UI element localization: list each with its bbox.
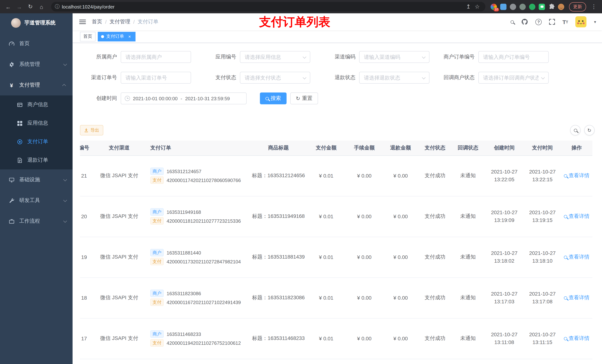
search-icon[interactable]: [511, 20, 514, 23]
extension-blue-icon[interactable]: [500, 3, 506, 10]
col-header: 支付渠道: [93, 141, 145, 155]
breadcrumb: 首页 / 支付管理 / 支付订单: [92, 19, 159, 25]
reload-icon[interactable]: ↻: [26, 2, 35, 11]
table-row[interactable]: 17 微信 JSAPI 支付 商户1635311468233 支付4200001…: [80, 318, 592, 359]
site-info-icon[interactable]: ⓘ: [55, 3, 60, 10]
table-row[interactable]: 21 微信 JSAPI 支付 商户1635312124657 支付4200001…: [80, 155, 592, 196]
bookmark-star-icon[interactable]: ☆: [473, 2, 482, 11]
filter-label: 回调商户状态: [438, 74, 475, 81]
view-detail-link[interactable]: 查看详情: [564, 172, 589, 179]
create-time-range-picker[interactable]: 2021-10-01 00:00:00 - 2021-10-31 23:59:5…: [121, 93, 247, 104]
sidebar-item-app-info[interactable]: 应用信息: [0, 114, 73, 132]
annotation-title: 支付订单列表: [259, 15, 330, 29]
cell-notify: 未通知: [451, 277, 485, 318]
notify-status-select[interactable]: [478, 72, 549, 83]
browser-menu-icon[interactable]: ⋮: [589, 2, 598, 11]
tab-pay-order[interactable]: 支付订单 ×: [98, 32, 136, 41]
tools-icon: [8, 198, 15, 203]
back-icon[interactable]: ←: [4, 2, 13, 11]
browser-profile-avatar[interactable]: [558, 3, 564, 10]
sidebar-item-workflow[interactable]: 工作流程: [0, 211, 73, 232]
view-detail-link[interactable]: 查看详情: [564, 294, 589, 301]
channel-order-no-input-wrap[interactable]: [121, 72, 191, 83]
refund-status-select[interactable]: [359, 72, 430, 83]
extension-green-icon[interactable]: [529, 3, 535, 10]
extension-gray-icon[interactable]: [510, 3, 516, 10]
home-icon[interactable]: ⌂: [37, 2, 46, 11]
sidebar-item-refund-order[interactable]: 退款订单: [0, 151, 73, 169]
tab-home[interactable]: 首页: [80, 32, 96, 41]
sidebar-item-merchant-info[interactable]: 商户信息: [0, 95, 73, 114]
share-icon[interactable]: ↥: [464, 2, 473, 11]
merchant-tag: 商户: [150, 167, 164, 175]
cell-id: 19: [80, 237, 93, 277]
extensions-row: 10 更新 ⋮: [491, 2, 598, 11]
font-size-icon[interactable]: [562, 19, 568, 25]
merchant-order-no-input[interactable]: [479, 52, 548, 62]
forward-icon[interactable]: →: [15, 2, 24, 11]
cell-title: 标题：1635311823086: [251, 277, 306, 318]
view-detail-link[interactable]: 查看详情: [564, 254, 589, 260]
sidebar-item-infrastructure[interactable]: 基础设施: [0, 169, 73, 190]
cell-id: 21: [80, 155, 93, 196]
breadcrumb-home[interactable]: 首页: [92, 19, 102, 25]
view-detail-link[interactable]: 查看详情: [564, 335, 589, 342]
refresh-table-button[interactable]: ↻: [584, 125, 595, 135]
fullscreen-icon[interactable]: [549, 19, 555, 25]
breadcrumb-section[interactable]: 支付管理: [110, 19, 130, 25]
toolbar-right: ↻: [570, 125, 595, 135]
col-header: 支付订单: [145, 141, 251, 155]
cell-id: [80, 359, 93, 364]
extensions-puzzle-icon[interactable]: [548, 3, 555, 10]
merchant-select-input[interactable]: [121, 52, 191, 62]
table-row[interactable]: 商户1635311457366 支付: [80, 359, 592, 364]
col-header: 创建时间: [485, 141, 524, 155]
browser-update-button[interactable]: 更新: [569, 2, 586, 11]
hamburger-icon[interactable]: [79, 20, 86, 24]
app-select-input[interactable]: [240, 52, 310, 62]
channel-code-input[interactable]: [359, 52, 429, 62]
reset-button[interactable]: ↻ 重置: [290, 93, 318, 104]
header-actions: ? ▾: [511, 16, 596, 27]
url-text: localhost:1024/pay/order: [62, 4, 115, 10]
refund-status-select-input[interactable]: [359, 72, 429, 83]
table-row[interactable]: 19 微信 JSAPI 支付 商户1635311881440 支付4200001…: [80, 237, 592, 277]
user-avatar[interactable]: [576, 16, 587, 27]
sidebar-item-dev-tools[interactable]: 研发工具: [0, 190, 73, 211]
sidebar-item-system[interactable]: 系统管理: [0, 54, 73, 75]
help-icon[interactable]: ?: [535, 19, 542, 25]
app-select[interactable]: [240, 51, 310, 63]
cell-fee: ¥ 0.00: [346, 277, 382, 318]
document-icon: [16, 157, 23, 163]
cell-action: 查看详情: [561, 318, 592, 359]
breadcrumb-current: 支付订单: [138, 19, 159, 25]
view-detail-link[interactable]: 查看详情: [564, 213, 589, 220]
github-icon[interactable]: [521, 19, 528, 25]
table-row[interactable]: 20 微信 JSAPI 支付 商户1635311949168 支付4200001…: [80, 196, 592, 237]
notify-status-select-input[interactable]: [479, 72, 548, 83]
pay-status-select[interactable]: [240, 72, 310, 83]
export-button[interactable]: 导出: [80, 125, 103, 135]
search-button[interactable]: 搜索: [260, 93, 287, 104]
title-value: 1635312124656: [268, 172, 305, 178]
table-row[interactable]: 18 微信 JSAPI 支付 商户1635311823086 支付4200001…: [80, 277, 592, 318]
cell-refund: ¥ 0.00: [382, 155, 419, 196]
app-logo[interactable]: 芋道管理系统: [0, 13, 73, 32]
cell-fee: ¥ 0.00: [346, 155, 382, 196]
cell-title: [251, 359, 306, 364]
extension-chat-icon[interactable]: [539, 3, 545, 10]
sidebar-item-pay-order[interactable]: 支付订单: [0, 132, 73, 151]
close-tab-icon[interactable]: ×: [127, 34, 132, 39]
pay-status-select-input[interactable]: [240, 72, 310, 83]
merchant-select[interactable]: [121, 51, 191, 63]
channel-order-no-input[interactable]: [121, 72, 191, 83]
extension-gray2-icon[interactable]: [519, 3, 526, 10]
extension-colorful-icon[interactable]: 10: [491, 3, 497, 10]
merchant-order-no-input-wrap[interactable]: [478, 51, 549, 63]
channel-code-select[interactable]: [359, 51, 430, 63]
caret-down-icon[interactable]: ▾: [594, 20, 596, 24]
sidebar-item-payment[interactable]: ¥ 支付管理: [0, 75, 73, 95]
sidebar-item-home[interactable]: 首页: [0, 33, 73, 54]
address-bar[interactable]: ⓘ localhost:1024/pay/order ↥ ☆: [51, 2, 485, 11]
toggle-search-button[interactable]: [570, 125, 580, 135]
